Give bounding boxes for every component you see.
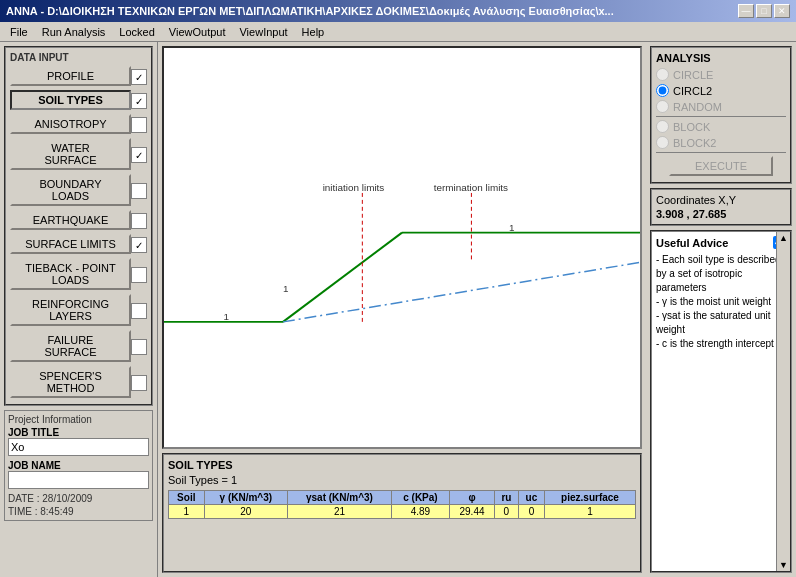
label-block2: BLOCK2 [673, 137, 716, 149]
earthquake-check [131, 213, 147, 229]
analysis-group: ANALYSIS CIRCLE CIRCL2 RANDOM BLOCK [650, 46, 792, 184]
left-panel: DATA INPUT PROFILE ✓ SOIL TYPES ✓ ANISOT… [0, 42, 158, 577]
divider1 [656, 116, 786, 117]
soil-types-panel-title: SOIL TYPES [168, 459, 636, 471]
radio-row-block2: BLOCK2 [656, 136, 786, 149]
coords-title: Coordinates X,Y [656, 194, 786, 206]
job-name-input[interactable] [8, 471, 149, 489]
radio-row-circle: CIRCLE [656, 68, 786, 81]
soil-count: Soil Types = 1 [168, 474, 636, 486]
water-surface-check: ✓ [131, 147, 147, 163]
coords-value: 3.908 , 27.685 [656, 208, 786, 220]
reinforcing-check [131, 303, 147, 319]
menu-view-output[interactable]: ViewOutput [163, 25, 232, 39]
nav-water-surface[interactable]: WATER SURFACE [10, 138, 131, 170]
radio-row-random: RANDOM [656, 100, 786, 113]
job-title-label: JOB TITLE [8, 427, 149, 438]
col-phi: φ [450, 491, 495, 505]
radio-block2[interactable] [656, 136, 669, 149]
col-c: c (KPa) [391, 491, 449, 505]
maximize-button[interactable]: □ [756, 4, 772, 18]
divider2 [656, 152, 786, 153]
label-block: BLOCK [673, 121, 710, 133]
table-row: 120214.8929.44001 [169, 505, 636, 519]
canvas-area: initiation limits termination limits 1 1… [162, 46, 642, 449]
soil-table: Soil γ (KN/m^3) γsat (KN/m^3) c (KPa) φ … [168, 490, 636, 519]
center-panel: initiation limits termination limits 1 1… [158, 42, 646, 577]
advice-header: Useful Advice [656, 236, 786, 249]
col-piez: piez.surface [545, 491, 636, 505]
menu-file[interactable]: File [4, 25, 34, 39]
time-line: TIME : 8:45:49 [8, 506, 149, 517]
data-input-group: DATA INPUT PROFILE ✓ SOIL TYPES ✓ ANISOT… [4, 46, 153, 406]
radio-circle[interactable] [656, 68, 669, 81]
label-random: RANDOM [673, 101, 722, 113]
col-gamma-sat: γsat (KN/m^3) [288, 491, 392, 505]
project-info-title: Project Information [8, 414, 149, 425]
nav-anisotropy[interactable]: ANISOTROPY [10, 114, 131, 134]
scroll-up-arrow[interactable]: ▲ [779, 233, 788, 243]
svg-text:1: 1 [224, 311, 230, 322]
nav-reinforcing-layers[interactable]: REINFORCING LAYERS [10, 294, 131, 326]
boundary-loads-check [131, 183, 147, 199]
main-layout: DATA INPUT PROFILE ✓ SOIL TYPES ✓ ANISOT… [0, 42, 796, 577]
radio-row-circl2: CIRCL2 [656, 84, 786, 97]
close-button[interactable]: ✕ [774, 4, 790, 18]
tieback-check [131, 267, 147, 283]
analysis-title: ANALYSIS [656, 52, 786, 64]
right-panel: ANALYSIS CIRCLE CIRCL2 RANDOM BLOCK [646, 42, 796, 577]
nav-soil-types[interactable]: SOIL TYPES [10, 90, 131, 110]
minimize-button[interactable]: — [738, 4, 754, 18]
scroll-down-arrow[interactable]: ▼ [779, 560, 788, 570]
execute-button[interactable]: EXECUTE [669, 156, 773, 176]
nav-tieback-point-loads[interactable]: TIEBACK - POINT LOADS [10, 258, 131, 290]
data-input-title: DATA INPUT [10, 52, 147, 63]
nav-boundary-loads[interactable]: BOUNDARY LOADS [10, 174, 131, 206]
svg-text:termination limits: termination limits [434, 182, 508, 193]
col-ru: ru [494, 491, 518, 505]
surface-limits-check: ✓ [131, 237, 147, 253]
menu-help[interactable]: Help [296, 25, 331, 39]
label-circle: CIRCLE [673, 69, 713, 81]
title-bar: ANNA - D:\ΔΙΟΙΚΗΣΗ ΤΕΧΝΙΚΩΝ ΕΡΓΩΝ ΜΕΤ\ΔΙ… [0, 0, 796, 22]
job-title-input[interactable] [8, 438, 149, 456]
project-info: Project Information JOB TITLE JOB NAME D… [4, 410, 153, 521]
radio-circl2[interactable] [656, 84, 669, 97]
profile-check: ✓ [131, 69, 147, 85]
coords-group: Coordinates X,Y 3.908 , 27.685 [650, 188, 792, 226]
anisotropy-check [131, 117, 147, 133]
menu-locked[interactable]: Locked [113, 25, 160, 39]
radio-row-block: BLOCK [656, 120, 786, 133]
col-gamma: γ (KN/m^3) [204, 491, 288, 505]
menu-view-input[interactable]: ViewInput [233, 25, 293, 39]
menu-bar: File Run Analysis Locked ViewOutput View… [0, 22, 796, 42]
advice-title: Useful Advice [656, 237, 728, 249]
svg-text:1: 1 [509, 222, 515, 233]
svg-rect-0 [164, 124, 640, 372]
nav-surface-limits[interactable]: SURFACE LIMITS [10, 234, 131, 254]
nav-spencers-method[interactable]: SPENCER'S METHOD [10, 366, 131, 398]
advice-group: Useful Advice - Each soil type is descri… [650, 230, 792, 573]
date-line: DATE : 28/10/2009 [8, 493, 149, 504]
window-controls: — □ ✕ [738, 4, 790, 18]
window-title: ANNA - D:\ΔΙΟΙΚΗΣΗ ΤΕΧΝΙΚΩΝ ΕΡΓΩΝ ΜΕΤ\ΔΙ… [6, 5, 614, 17]
radio-random[interactable] [656, 100, 669, 113]
col-soil: Soil [169, 491, 205, 505]
col-uc: uc [518, 491, 544, 505]
nav-earthquake[interactable]: EARTHQUAKE [10, 210, 131, 230]
job-name-label: JOB NAME [8, 460, 149, 471]
radio-block[interactable] [656, 120, 669, 133]
soil-types-panel: SOIL TYPES Soil Types = 1 Soil γ (KN/m^3… [162, 453, 642, 573]
nav-failure-surface[interactable]: FAILURE SURFACE [10, 330, 131, 362]
svg-text:1: 1 [283, 283, 289, 294]
svg-text:initiation limits: initiation limits [323, 182, 385, 193]
advice-text: - Each soil type is described by a set o… [656, 253, 786, 560]
soil-types-check: ✓ [131, 93, 147, 109]
label-circl2: CIRCL2 [673, 85, 712, 97]
failure-surface-check [131, 339, 147, 355]
spencers-check [131, 375, 147, 391]
nav-profile[interactable]: PROFILE [10, 66, 131, 86]
menu-run-analysis[interactable]: Run Analysis [36, 25, 112, 39]
scrollbar[interactable]: ▲ ▼ [776, 232, 790, 571]
